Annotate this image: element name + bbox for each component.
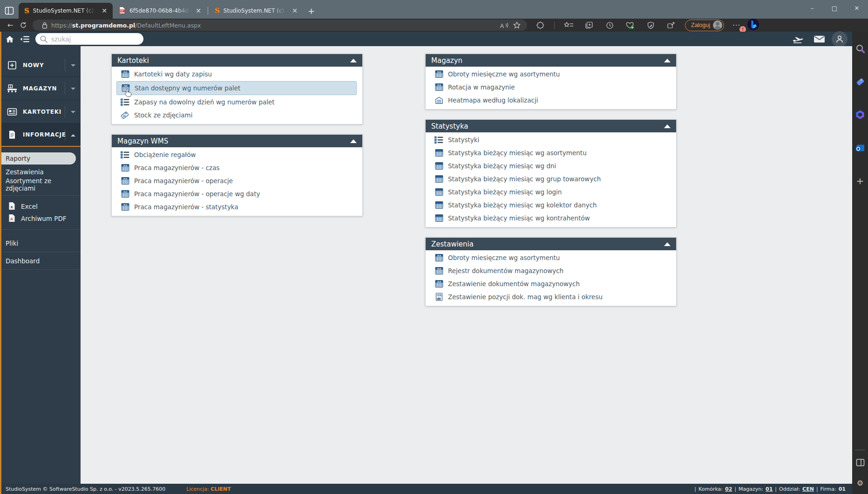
status-value[interactable]: 02 <box>725 486 732 492</box>
read-aloud-icon[interactable]: A <box>497 20 510 31</box>
license-text: Licencja: CLIENT <box>186 486 231 492</box>
edge-panel-icon[interactable] <box>852 454 868 471</box>
collapse-icon[interactable] <box>664 59 671 62</box>
panel-item[interactable]: XLSRejestr dokumentów magazynowych <box>426 264 676 277</box>
panel-item[interactable]: Statystyka bieżący miesiąc wg asortyment… <box>426 146 676 159</box>
chevron-down-icon[interactable] <box>65 106 81 118</box>
panel-header[interactable]: Magazyn <box>426 54 676 67</box>
share-icon[interactable] <box>665 20 678 31</box>
browser-tab[interactable]: SStudioSystem.NET (c) SoftwareSt✕ <box>19 3 113 19</box>
plane-departure-icon[interactable] <box>792 33 804 45</box>
panel-item[interactable]: Statystyka bieżący miesiąc wg login <box>426 185 676 199</box>
sidebar-link-zestawienia[interactable]: Zestawienia <box>0 165 81 178</box>
home-icon[interactable] <box>4 33 16 45</box>
sidebar-item-label: INFORMACJE <box>23 131 66 138</box>
maximize-icon[interactable]: □ <box>823 0 846 16</box>
sidebar-item-informacje[interactable]: INFORMACJE <box>0 124 81 147</box>
panel-item[interactable]: PDFStan dostępny wg numerów palet <box>116 81 357 95</box>
favorite-star-icon[interactable] <box>510 20 523 31</box>
collections-icon[interactable] <box>583 20 596 31</box>
panel-item[interactable]: XLSZestawienie dokumentów magazynowych <box>426 277 676 290</box>
browser-tab[interactable]: PDF6f5de870-06b8-4b4d-9afd-bced✕ <box>113 3 207 19</box>
favorites-bar-icon[interactable] <box>562 20 575 31</box>
sidebar-item-label: NOWY <box>23 62 44 69</box>
collapse-icon[interactable] <box>664 242 671 246</box>
status-value: 01 <box>839 486 846 492</box>
panel-body: Obciążenie regałówXLSPraca magazynierów … <box>112 147 362 216</box>
collapse-menu-icon[interactable] <box>19 33 31 45</box>
panel-item[interactable]: Zestawienie pozycji dok. mag wg klienta … <box>426 290 676 303</box>
edge-outlook-icon[interactable] <box>852 139 868 156</box>
panel-item[interactable]: Obciążenie regałów <box>112 148 362 161</box>
sidebar-item-kartoteki[interactable]: KARTOTEKI <box>0 100 81 124</box>
edge-add-icon[interactable]: + <box>852 172 868 189</box>
panel-item[interactable]: Statystyka bieżący miesiąc wg kolektor d… <box>426 199 676 212</box>
collapse-icon[interactable] <box>664 124 671 128</box>
tab-close-icon[interactable]: ✕ <box>290 7 299 14</box>
chevron-down-icon[interactable] <box>65 82 81 95</box>
panel-header[interactable]: Zestawienia <box>426 238 676 250</box>
back-icon[interactable]: ← <box>4 20 17 31</box>
panel-item[interactable]: XLSPraca magazynierów - statystyka <box>112 200 362 213</box>
doc-chart-icon <box>434 293 443 301</box>
edge-m365-icon[interactable] <box>852 106 868 123</box>
user-icon[interactable] <box>832 31 848 47</box>
panel-item[interactable]: Zapasy na dowolny dzień wg numerów palet <box>112 96 362 109</box>
history-icon[interactable] <box>603 20 616 31</box>
browser-essentials-icon[interactable] <box>624 20 637 31</box>
tab-close-icon[interactable]: ✕ <box>100 7 109 14</box>
panel-item[interactable]: XLSPraca magazynierów - operacje wg daty <box>112 187 362 200</box>
sidebar-item-pliki[interactable]: Pliki <box>0 234 81 252</box>
panel-item[interactable]: XLSObroty miesięczne wg asortymentu <box>426 251 676 264</box>
panel-header[interactable]: Magazyn WMS <box>112 135 362 147</box>
web-capture-icon[interactable] <box>644 20 657 31</box>
edge-search-icon[interactable] <box>852 40 868 57</box>
panel-item[interactable]: XLSPraca magazynierów - operacje <box>112 174 362 187</box>
close-icon[interactable]: ✕ <box>846 0 868 16</box>
chevron-up-icon[interactable] <box>65 129 81 141</box>
extensions-icon[interactable] <box>534 20 547 31</box>
panel-item-label: Statystyki <box>448 136 479 144</box>
search-input[interactable] <box>35 33 143 45</box>
sidebar-item-magazyn[interactable]: MAGAZYN <box>0 77 81 100</box>
sidebar-item-dashboard[interactable]: Dashboard <box>0 252 81 270</box>
edge-shopping-icon[interactable] <box>852 73 868 90</box>
address-bar[interactable]: https://st.programdemo.pl/DefaultLeftMen… <box>33 20 527 31</box>
panel-item[interactable]: Statystyka bieżący miesiąc wg grup towar… <box>426 172 676 185</box>
sidebar-file-archiwum-pdf[interactable]: AArchiwum PDF <box>0 213 81 225</box>
panel-header[interactable]: Statystyka <box>426 120 676 132</box>
panel-item[interactable]: XLSPraca magazynierów - czas <box>112 161 362 174</box>
status-value[interactable]: 01 <box>766 486 773 492</box>
panel-item[interactable]: Stock ze zdjęciami <box>112 109 362 122</box>
panel-item[interactable]: XLSRotacja w magazynie <box>426 81 676 94</box>
new-tab-button[interactable]: + <box>308 6 315 16</box>
panel-item[interactable]: Heatmapa według lokalizacji <box>426 94 676 107</box>
minimize-icon[interactable]: – <box>801 0 823 16</box>
collapse-icon[interactable] <box>350 59 357 62</box>
sidebar-link-raporty[interactable]: Raporty <box>0 152 76 165</box>
panel-item[interactable]: Statystyki <box>426 133 676 146</box>
sidebar-item-nowy[interactable]: NOWY <box>0 54 81 77</box>
browser-tab[interactable]: SStudioSystem.NET (c) SoftwareS✕ <box>209 3 303 19</box>
panel-item[interactable]: XLSKartoteki wg daty zapisu <box>112 68 362 81</box>
sidebar-file-excel[interactable]: xExcel <box>0 200 81 213</box>
status-value[interactable]: CEN <box>802 486 814 492</box>
login-button[interactable]: Zaloguj <box>685 20 724 31</box>
panel-item[interactable]: Statystyka bieżący miesiąc wg kontrahent… <box>426 212 676 225</box>
mail-icon[interactable] <box>813 33 825 45</box>
collapse-icon[interactable] <box>350 139 357 143</box>
panel-item[interactable]: Statystyka bieżący miesiąc wg dni <box>426 159 676 172</box>
panel-header[interactable]: Kartoteki <box>112 54 362 67</box>
chevron-down-icon[interactable] <box>65 59 81 71</box>
edge-settings-icon[interactable]: ⚙ <box>852 474 868 491</box>
svg-text:XLS: XLS <box>437 84 441 86</box>
panel-item[interactable]: XLSObroty miesięczne wg asortymentu <box>426 68 676 81</box>
bing-icon[interactable] <box>747 18 760 33</box>
sidebar-link-asortyment-ze-zdjęciami[interactable]: Asortyment ze zdjęciami <box>0 178 81 191</box>
tab-workspaces-icon[interactable] <box>0 3 19 19</box>
tab-close-icon[interactable]: ✕ <box>194 7 203 14</box>
refresh-icon[interactable] <box>17 20 30 31</box>
url-text[interactable]: https://st.programdemo.pl/DefaultLeftMen… <box>51 22 497 29</box>
status-label: Oddział: <box>779 486 800 492</box>
tab-title: 6f5de870-06b8-4b4d-9afd-bced <box>129 7 190 14</box>
